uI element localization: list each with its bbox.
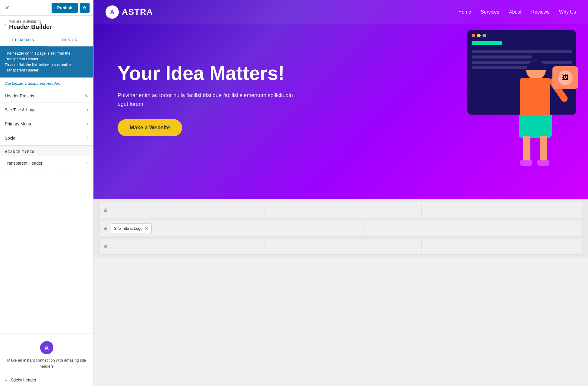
builder-gear-1[interactable]: ⚙	[103, 207, 108, 213]
builder-col-2c	[368, 222, 578, 234]
customize-transparent-link[interactable]: Customize Transparent Header.	[5, 81, 60, 86]
back-button[interactable]: ‹	[4, 22, 6, 28]
char-leg-left	[523, 136, 530, 163]
monitor-dots	[467, 30, 576, 41]
builder-tag-close[interactable]: ✕	[144, 226, 148, 231]
info-text-2: Please click the link below to customize…	[5, 63, 71, 73]
builder-row-2: ⚙ Site Title & Logo ✕	[100, 220, 582, 236]
logo-circle: A	[106, 5, 119, 19]
publish-button[interactable]: Publish	[52, 3, 78, 13]
info-text-1: The header on this page is set from the …	[5, 51, 71, 61]
social-item[interactable]: Social ›	[0, 131, 93, 145]
logo-text: ASTRA	[122, 7, 153, 17]
hero-subtitle: Pulvinar enim ac tortor nulla facilisi t…	[118, 91, 299, 109]
builder-col-3c	[425, 240, 578, 252]
char-skirt	[519, 115, 552, 138]
site-logo: A ASTRA	[106, 5, 153, 19]
publish-area: Publish ⚙	[52, 3, 90, 13]
builder-bottom: ⚙ ⚙ Site Title & Logo ✕ ⚙	[93, 199, 588, 258]
builder-site-title-tag: Site Title & Logo ✕	[111, 223, 152, 233]
sticky-header-label: Sticky header	[11, 378, 36, 382]
tab-elements[interactable]: ELEMENTS	[0, 34, 47, 46]
hero-illustration: 🖼	[437, 18, 588, 193]
section-title: Header Builder	[9, 24, 52, 30]
tab-design[interactable]: DESIGN	[47, 34, 93, 46]
header-types-header: HEADER TYPES	[0, 145, 93, 156]
builder-site-title-label: Site Title & Logo	[114, 226, 143, 231]
builder-gear-2[interactable]: ⚙	[103, 226, 108, 231]
site-title-logo-label: Site Title & Logo	[5, 107, 36, 112]
char-body	[520, 78, 550, 117]
image-card-inner: 🖼	[558, 71, 573, 85]
monitor-line-2	[472, 55, 532, 59]
builder-col-3b	[267, 240, 421, 252]
website-preview: A ASTRA Home Services About Reviews Why …	[93, 0, 588, 386]
social-label: Social	[5, 136, 16, 141]
hero-section: A ASTRA Home Services About Reviews Why …	[93, 0, 588, 199]
breadcrumb: ‹ You are customizing Header Builder	[0, 16, 93, 34]
image-card: 🖼	[552, 66, 578, 89]
char-shoe-right	[537, 160, 549, 166]
nav-services[interactable]: Services	[481, 9, 499, 15]
header-presets-label: Header Presets	[5, 93, 34, 98]
customizing-label: You are customizing	[9, 19, 52, 24]
right-panel: A ASTRA Home Services About Reviews Why …	[93, 0, 588, 386]
site-title-logo-item[interactable]: Site Title & Logo ›	[0, 103, 93, 117]
builder-col-3a	[111, 240, 264, 252]
nav-why-us[interactable]: Why Us	[559, 9, 576, 15]
hero-cta-button[interactable]: Make a Website	[118, 119, 182, 136]
primary-menu-item[interactable]: Primary Menu ›	[0, 117, 93, 131]
panel-settings-button[interactable]: ⚙	[80, 3, 90, 13]
primary-menu-chevron: ›	[87, 121, 88, 127]
sticky-check-icon: ✓	[5, 378, 8, 382]
builder-col-1c	[425, 204, 578, 216]
tab-bar: ELEMENTS DESIGN	[0, 34, 93, 46]
builder-row-1: ⚙	[100, 202, 582, 218]
monitor-green-bar	[472, 41, 502, 45]
info-banner: The header on this page is set from the …	[0, 46, 93, 78]
left-panel: ✕ Publish ⚙ ‹ You are customizing Header…	[0, 0, 93, 386]
header-presets-row: Header Presets ✎	[0, 89, 93, 103]
char-shoe-left	[520, 160, 532, 166]
builder-col-1b	[267, 204, 421, 216]
char-hair	[526, 60, 546, 70]
close-button[interactable]: ✕	[4, 3, 11, 12]
sticky-header-row: ✓ Sticky header	[0, 374, 93, 386]
character: 🖼	[504, 60, 570, 187]
builder-gear-3[interactable]: ⚙	[103, 244, 108, 249]
site-nav: Home Services About Reviews Why Us	[458, 9, 576, 15]
nav-about[interactable]: About	[509, 9, 522, 15]
monitor-line-1	[472, 50, 572, 53]
primary-menu-label: Primary Menu	[5, 122, 31, 126]
nav-reviews[interactable]: Reviews	[531, 9, 549, 15]
astra-logo-letter: A	[44, 344, 49, 351]
hero-title: Your Idea Matters!	[118, 63, 299, 84]
footer-tagline: Make an instant connection with amazing …	[5, 357, 88, 369]
logo-letter: A	[110, 9, 114, 16]
top-bar: ✕ Publish ⚙	[0, 0, 93, 16]
builder-col-2b	[155, 222, 365, 234]
builder-col-1a	[111, 204, 264, 216]
nav-home[interactable]: Home	[458, 9, 471, 15]
astra-logo-footer: A	[40, 341, 53, 354]
dot-green	[482, 34, 486, 37]
panel-footer: A Make an instant connection with amazin…	[0, 334, 93, 374]
hero-content: Your Idea Matters! Pulvinar enim ac tort…	[118, 63, 299, 137]
builder-row-3: ⚙	[100, 238, 582, 255]
site-title-chevron: ›	[87, 107, 88, 112]
dot-yellow	[477, 34, 481, 37]
social-chevron: ›	[87, 135, 88, 141]
dot-red	[472, 34, 475, 37]
site-header: A ASTRA Home Services About Reviews Why …	[93, 0, 588, 24]
transparent-header-chevron: ›	[87, 160, 88, 166]
breadcrumb-text: You are customizing Header Builder	[9, 19, 52, 30]
transparent-header-label: Transparent Header	[5, 161, 43, 166]
pencil-button[interactable]: ✎	[85, 93, 88, 98]
transparent-header-item[interactable]: Transparent Header ›	[0, 156, 93, 170]
char-leg-right	[540, 136, 547, 163]
